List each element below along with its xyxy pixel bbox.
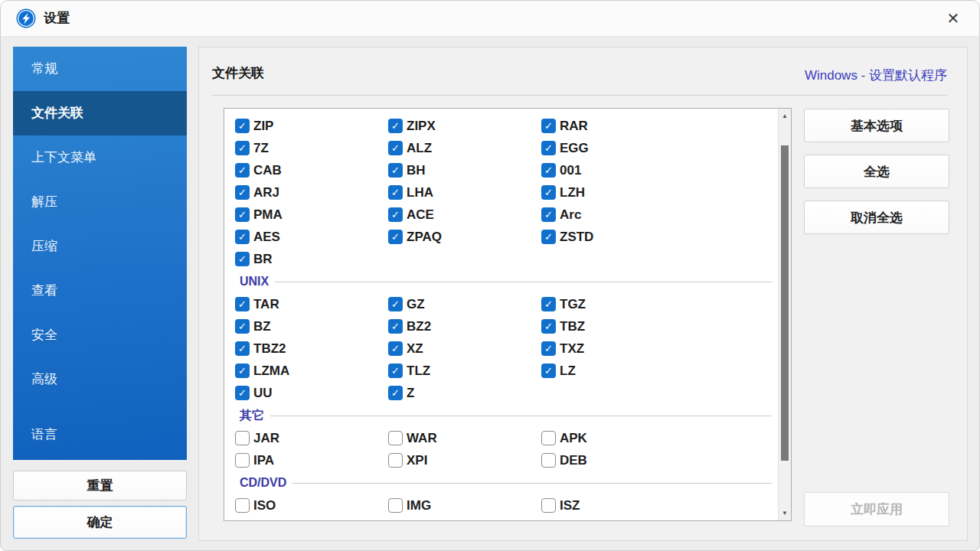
extension-option-ipa[interactable]: IPA [235,453,388,468]
extension-option-ace[interactable]: ✓ACE [388,207,541,223]
checkbox-checked[interactable]: ✓ [235,230,250,244]
checkbox-checked[interactable]: ✓ [388,297,403,311]
sidebar-item-2[interactable]: 上下文菜单 [13,135,187,180]
extension-option-z[interactable]: ✓Z [388,386,541,401]
close-icon[interactable]: ✕ [936,1,970,36]
extension-option-tbz2[interactable]: ✓TBZ2 [235,341,388,357]
checkbox-checked[interactable]: ✓ [388,163,403,178]
checkbox-checked[interactable]: ✓ [235,185,250,200]
checkbox-checked[interactable]: ✓ [388,207,403,222]
select-all-button[interactable]: 全选 [804,155,949,188]
extension-option-bz[interactable]: ✓BZ [235,319,388,334]
extension-option-isz[interactable]: ISZ [541,498,694,514]
extension-option-bz2[interactable]: ✓BZ2 [388,319,541,334]
checkbox-checked[interactable]: ✓ [235,297,250,311]
extension-option-rar[interactable]: ✓RAR [541,119,694,134]
checkbox-checked[interactable]: ✓ [235,341,250,356]
extension-option-zstd[interactable]: ✓ZSTD [541,230,694,245]
sidebar-item-8[interactable]: 语言 [13,412,187,457]
extension-option-zip[interactable]: ✓ZIP [235,119,388,134]
scroll-up-icon[interactable]: ▲ [779,109,791,122]
checkbox-checked[interactable]: ✓ [235,386,250,400]
extension-option-tar[interactable]: ✓TAR [235,297,388,312]
extension-option-uu[interactable]: ✓UU [235,386,388,401]
sidebar-item-4[interactable]: 压缩 [13,224,187,269]
checkbox-unchecked[interactable] [388,431,403,445]
sidebar-item-6[interactable]: 安全 [13,313,187,357]
sidebar-item-5[interactable]: 查看 [13,269,187,313]
extension-option-xpi[interactable]: XPI [388,453,541,468]
extension-option-gz[interactable]: ✓GZ [388,297,541,312]
extension-option-zpaq[interactable]: ✓ZPAQ [388,230,541,245]
extension-option-lzma[interactable]: ✓LZMA [235,364,388,379]
extension-option-arj[interactable]: ✓ARJ [235,185,388,201]
extension-option-001[interactable]: ✓001 [541,163,694,178]
checkbox-checked[interactable]: ✓ [541,207,556,222]
extension-option-arc[interactable]: ✓Arc [541,207,694,223]
checkbox-checked[interactable]: ✓ [235,141,250,155]
extension-option-pma[interactable]: ✓PMA [235,207,388,223]
checkbox-unchecked[interactable] [388,453,403,468]
sidebar-item-3[interactable]: 解压 [13,180,187,224]
extension-option-zipx[interactable]: ✓ZIPX [388,119,541,134]
windows-default-programs-link[interactable]: Windows - 设置默认程序 [805,67,947,84]
checkbox-unchecked[interactable] [235,453,250,468]
extension-option-apk[interactable]: APK [541,431,694,446]
checkbox-checked[interactable]: ✓ [235,319,250,334]
checkbox-checked[interactable]: ✓ [388,141,403,155]
checkbox-checked[interactable]: ✓ [541,185,556,200]
checkbox-checked[interactable]: ✓ [541,163,556,178]
checkbox-checked[interactable]: ✓ [235,163,250,178]
extension-option-lha[interactable]: ✓LHA [388,185,541,201]
extension-option-cab[interactable]: ✓CAB [235,163,388,178]
extension-option-br[interactable]: ✓BR [235,252,388,267]
reset-button[interactable]: 重置 [13,471,187,500]
checkbox-unchecked[interactable] [235,431,250,445]
checkbox-unchecked[interactable] [388,498,403,513]
extension-option-bh[interactable]: ✓BH [388,163,541,178]
extension-option-alz[interactable]: ✓ALZ [388,141,541,156]
extension-option-7z[interactable]: ✓7Z [235,141,388,156]
deselect-all-button[interactable]: 取消全选 [804,201,949,234]
basic-options-button[interactable]: 基本选项 [804,109,949,142]
checkbox-checked[interactable]: ✓ [541,119,556,133]
checkbox-checked[interactable]: ✓ [388,185,403,200]
checkbox-checked[interactable]: ✓ [388,364,403,378]
checkbox-checked[interactable]: ✓ [235,207,250,222]
extension-option-tbz[interactable]: ✓TBZ [541,319,694,334]
checkbox-unchecked[interactable] [541,453,556,468]
extension-option-deb[interactable]: DEB [541,453,694,468]
checkbox-unchecked[interactable] [541,431,556,445]
checkbox-checked[interactable]: ✓ [235,119,250,133]
extension-option-war[interactable]: WAR [388,431,541,446]
extension-option-jar[interactable]: JAR [235,431,388,446]
checkbox-checked[interactable]: ✓ [541,364,556,378]
checkbox-unchecked[interactable] [541,498,556,513]
checkbox-checked[interactable]: ✓ [388,319,403,334]
scroll-down-icon[interactable]: ▼ [779,507,791,520]
checkbox-checked[interactable]: ✓ [388,119,403,133]
ok-button[interactable]: 确定 [13,506,187,539]
checkbox-checked[interactable]: ✓ [235,364,250,378]
sidebar-item-1[interactable]: 文件关联 [13,91,187,135]
checkbox-checked[interactable]: ✓ [541,341,556,356]
extension-option-aes[interactable]: ✓AES [235,230,388,245]
checkbox-checked[interactable]: ✓ [388,341,403,356]
scrollbar[interactable]: ▲ ▼ [778,109,791,520]
checkbox-checked[interactable]: ✓ [541,319,556,334]
extension-option-iso[interactable]: ISO [235,498,388,514]
sidebar-item-7[interactable]: 高级 [13,357,187,402]
extension-option-xz[interactable]: ✓XZ [388,341,541,357]
apply-now-button[interactable]: 立即应用 [804,492,949,527]
checkbox-checked[interactable]: ✓ [388,386,403,400]
extension-option-lz[interactable]: ✓LZ [541,364,694,379]
checkbox-checked[interactable]: ✓ [541,230,556,244]
extension-option-egg[interactable]: ✓EGG [541,141,694,156]
scrollbar-thumb[interactable] [781,145,789,461]
extension-option-tgz[interactable]: ✓TGZ [541,297,694,312]
extension-option-tlz[interactable]: ✓TLZ [388,364,541,379]
extension-option-img[interactable]: IMG [388,498,541,514]
checkbox-unchecked[interactable] [235,498,250,513]
checkbox-checked[interactable]: ✓ [388,230,403,244]
sidebar-item-0[interactable]: 常规 [13,47,187,91]
